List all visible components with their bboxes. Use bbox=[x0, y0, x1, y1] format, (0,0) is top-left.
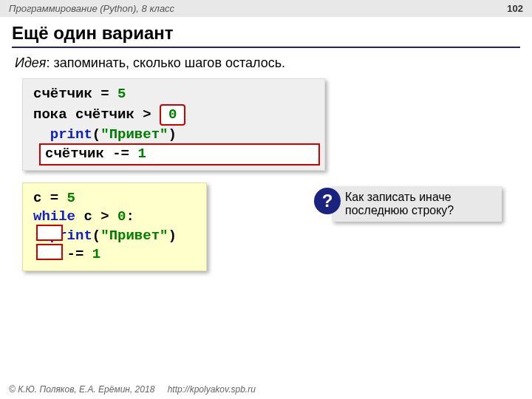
question-callout: ? Как записать иначе последнюю строку? bbox=[314, 186, 502, 222]
header-bar: Программирование (Python), 8 класс 102 bbox=[0, 0, 532, 17]
code-text: счётчик -= bbox=[45, 146, 137, 162]
highlight-decrement: счётчик -= 1 bbox=[39, 143, 320, 166]
footer-url: http://kpolyakov.spb.ru bbox=[168, 384, 256, 395]
code-line: пока счётчик > 0 bbox=[33, 104, 314, 126]
code-text: пока счётчик > bbox=[33, 106, 160, 123]
copyright: © К.Ю. Поляков, Е.А. Ерёмин, 2018 bbox=[9, 384, 154, 395]
code-text: c > bbox=[75, 208, 117, 225]
code-text: счётчик = bbox=[33, 86, 117, 102]
code-line: print("Привет") bbox=[33, 126, 314, 145]
page-title: Ещё один вариант bbox=[12, 23, 520, 44]
idea-label: Идея bbox=[15, 55, 46, 70]
highlight-zero: 0 bbox=[160, 104, 185, 126]
python-box: c = 5 while c > 0: print("Привет") c -= … bbox=[22, 183, 207, 272]
code-literal: 0 bbox=[117, 208, 126, 225]
code-line: счётчик = 5 bbox=[33, 85, 314, 104]
highlight-indent-1 bbox=[36, 225, 63, 241]
code-text: ) bbox=[168, 126, 176, 143]
code-literal: 5 bbox=[67, 190, 75, 206]
footer: © К.Ю. Поляков, Е.А. Ерёмин, 2018 http:/… bbox=[9, 384, 256, 395]
code-text: ( bbox=[92, 228, 100, 244]
code-text: ) bbox=[168, 228, 176, 244]
python-area: c = 5 while c > 0: print("Привет") c -= … bbox=[15, 183, 517, 272]
code-literal: 1 bbox=[92, 246, 100, 262]
code-literal: 5 bbox=[117, 86, 126, 102]
code-keyword: print bbox=[33, 126, 92, 143]
code-string: "Привет" bbox=[100, 126, 168, 143]
pseudocode-box: счётчик = 5 пока счётчик > 0 print("Прив… bbox=[22, 78, 325, 171]
course-label: Программирование (Python), 8 класс bbox=[9, 3, 174, 14]
idea-text: : запоминать, сколько шагов осталось. bbox=[46, 55, 285, 70]
highlight-indent-2 bbox=[36, 244, 63, 260]
idea-line: Идея: запоминать, сколько шагов осталось… bbox=[0, 51, 532, 78]
code-keyword: while bbox=[33, 208, 75, 225]
question-text: Как записать иначе последнюю строку? bbox=[332, 186, 502, 222]
content: счётчик = 5 пока счётчик > 0 print("Прив… bbox=[0, 78, 532, 271]
title-underline bbox=[12, 47, 520, 48]
question-mark-icon: ? bbox=[314, 188, 341, 214]
code-line: c = 5 bbox=[33, 189, 196, 208]
title-area: Ещё один вариант bbox=[0, 17, 532, 51]
code-string: "Привет" bbox=[100, 228, 168, 244]
code-text: : bbox=[126, 208, 134, 225]
code-text: ( bbox=[92, 126, 100, 143]
code-literal: 1 bbox=[137, 146, 146, 162]
page-number: 102 bbox=[507, 3, 523, 14]
code-text: c = bbox=[33, 190, 67, 206]
